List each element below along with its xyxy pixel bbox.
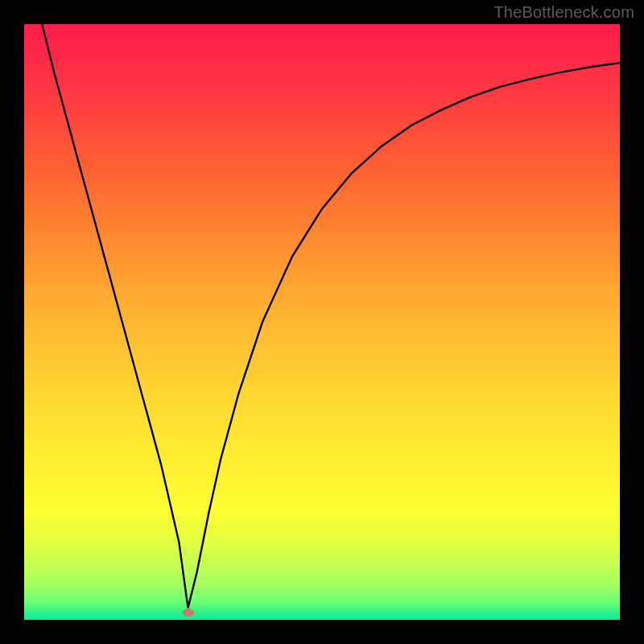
- optimum-marker: [183, 609, 194, 617]
- bottleneck-curve: [24, 24, 620, 620]
- plot-area: [24, 24, 620, 620]
- chart-frame: TheBottleneck.com: [0, 0, 644, 644]
- curve-path: [42, 24, 620, 608]
- attribution-text: TheBottleneck.com: [493, 3, 634, 22]
